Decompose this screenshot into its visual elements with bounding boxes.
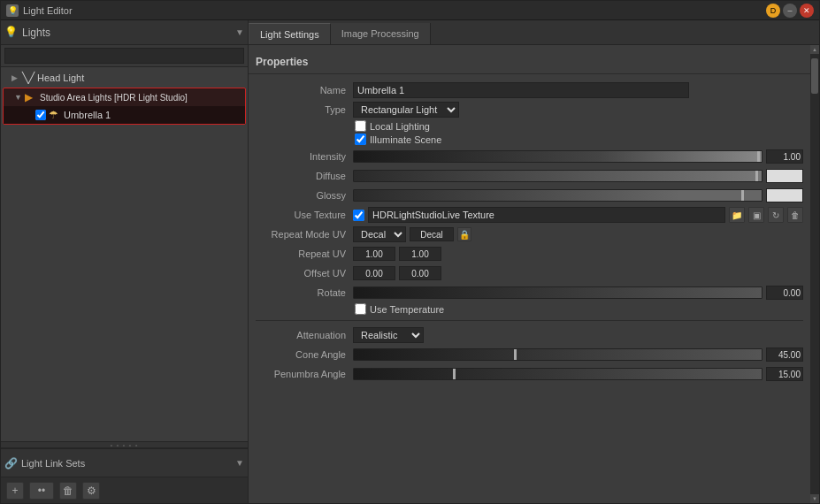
attenuation-row: Attenuation Realistic Linear Quadratic N… xyxy=(249,326,810,344)
rotate-slider[interactable] xyxy=(353,286,763,299)
repeat-mode-uv-row: Repeat Mode UV Decal Repeat Mirror 🔒 xyxy=(249,225,810,243)
name-row: Name xyxy=(249,81,810,99)
repeat-uv-u[interactable] xyxy=(353,247,395,261)
cone-angle-label: Cone Angle xyxy=(256,349,353,360)
scrollbar-track[interactable] xyxy=(810,54,819,494)
repeat-uv-inputs xyxy=(353,247,441,261)
scrollbar-down[interactable]: ▼ xyxy=(810,494,819,503)
name-value-container xyxy=(353,82,689,98)
head-light-label: Head Light xyxy=(37,73,84,83)
studio-area-label: Studio Area Lights [HDR Light Studio] xyxy=(40,93,188,103)
umbrella-icon: ☂ xyxy=(49,109,61,121)
cone-angle-value[interactable]: 45.00 xyxy=(766,347,803,362)
glossy-slider-container xyxy=(353,188,803,202)
repeat-mode-uv-label: Repeat Mode UV xyxy=(256,229,353,240)
light-editor-window: 💡 Light Editor D – ✕ 💡 Lights ▼ xyxy=(0,0,820,504)
window-title: Light Editor xyxy=(23,5,766,16)
window-controls: D – ✕ xyxy=(766,4,814,18)
attenuation-dropdown[interactable]: Realistic Linear Quadratic None xyxy=(353,327,424,343)
rotate-value[interactable]: 0.00 xyxy=(766,286,803,300)
head-light-icon: ╲╱ xyxy=(22,72,34,84)
lights-header-icon: 💡 xyxy=(4,26,19,40)
minimize-button[interactable]: – xyxy=(783,4,797,18)
name-label: Name xyxy=(256,85,353,95)
properties-header: Properties xyxy=(249,52,810,74)
tab-image-processing[interactable]: Image Processing xyxy=(331,23,431,44)
cone-angle-row: Cone Angle 45.00 xyxy=(249,346,810,363)
tree-item-umbrella1[interactable]: ▶ ☂ Umbrella 1 xyxy=(4,106,245,124)
diffuse-value[interactable] xyxy=(766,169,803,183)
local-lighting-checkbox[interactable] xyxy=(355,120,366,132)
penumbra-angle-slider-container: 15.00 xyxy=(353,367,803,381)
tab-light-settings[interactable]: Light Settings xyxy=(249,23,331,44)
intensity-value[interactable]: 1.00 xyxy=(766,149,803,164)
texture-row: HDRLightStudioLive Texture 📁 ▣ ↻ 🗑 xyxy=(353,207,803,223)
diffuse-slider[interactable] xyxy=(353,170,763,182)
repeat-mode-uv-dropdown[interactable]: Decal Repeat Mirror xyxy=(353,226,406,242)
offset-uv-v[interactable] xyxy=(399,266,441,280)
right-panel: Light Settings Image Processing Properti… xyxy=(249,20,819,503)
divider-handle[interactable]: • • • • • xyxy=(1,441,248,448)
repeat-uv-label: Repeat UV xyxy=(256,248,353,259)
attenuation-controls: Realistic Linear Quadratic None xyxy=(353,327,424,343)
lock-button[interactable]: 🔒 xyxy=(457,227,471,241)
repeat-mode-secondary-input[interactable] xyxy=(410,227,454,241)
tree-item-head-light[interactable]: ▶ ╲╱ Head Light xyxy=(1,69,248,87)
intensity-label: Intensity xyxy=(256,151,353,162)
offset-uv-row: Offset UV xyxy=(249,264,810,282)
glossy-value[interactable] xyxy=(766,188,803,202)
offset-uv-u[interactable] xyxy=(353,266,395,280)
type-dropdown[interactable]: Rectangular Light Point Light Spot Light… xyxy=(353,102,459,118)
texture-name: HDRLightStudioLive Texture xyxy=(372,210,494,220)
help-button[interactable]: D xyxy=(766,4,780,18)
content-with-scrollbar: Properties Name Type Rectangular L xyxy=(249,45,819,503)
penumbra-angle-value[interactable]: 15.00 xyxy=(766,367,803,381)
lights-header: 💡 Lights ▼ xyxy=(1,20,248,45)
texture-delete-btn[interactable]: 🗑 xyxy=(787,207,803,223)
glossy-thumb xyxy=(741,190,744,201)
use-temperature-checkbox[interactable] xyxy=(355,303,366,315)
repeat-uv-v[interactable] xyxy=(399,247,441,261)
link-sets-icon: 🔗 xyxy=(4,457,18,470)
settings-button[interactable]: ⚙ xyxy=(82,482,100,500)
rotate-row: Rotate 0.00 xyxy=(249,284,810,302)
scrollbar-up[interactable]: ▲ xyxy=(810,45,819,54)
search-input[interactable] xyxy=(4,48,244,64)
intensity-slider[interactable] xyxy=(353,150,763,163)
texture-refresh-btn[interactable]: ↻ xyxy=(768,207,784,223)
umbrella-checkbox[interactable] xyxy=(35,110,46,120)
properties-content: Properties Name Type Rectangular L xyxy=(249,45,810,503)
separator1 xyxy=(256,320,803,321)
glossy-row: Glossy xyxy=(249,187,810,204)
type-label: Type xyxy=(256,104,353,115)
close-button[interactable]: ✕ xyxy=(800,4,814,18)
link-sets-area: 🔗 Light Link Sets ▼ xyxy=(1,448,248,477)
more-button[interactable]: •• xyxy=(29,482,54,500)
lights-header-arrow: ▼ xyxy=(235,27,244,37)
type-row: Type Rectangular Light Point Light Spot … xyxy=(249,101,810,118)
intensity-thumb xyxy=(757,151,760,162)
intensity-slider-container: 1.00 xyxy=(353,149,803,164)
scrollbar-thumb[interactable] xyxy=(811,58,818,94)
cone-angle-slider[interactable] xyxy=(353,348,763,361)
offset-uv-label: Offset UV xyxy=(256,268,353,279)
studio-folder-icon: ▶ xyxy=(25,91,37,103)
use-texture-checkbox[interactable] xyxy=(353,210,364,221)
name-input[interactable] xyxy=(353,82,689,98)
left-footer: + •• 🗑 ⚙ xyxy=(1,477,248,503)
search-bar xyxy=(1,45,248,67)
add-button[interactable]: + xyxy=(6,482,24,500)
glossy-slider[interactable] xyxy=(353,189,763,202)
diffuse-label: Diffuse xyxy=(256,171,353,181)
illuminate-scene-checkbox[interactable] xyxy=(355,134,366,145)
penumbra-angle-label: Penumbra Angle xyxy=(256,369,353,379)
app-icon: 💡 xyxy=(6,4,19,17)
tree-item-studio-area[interactable]: ▼ ▶ Studio Area Lights [HDR Light Studio… xyxy=(4,88,245,106)
delete-button[interactable]: 🗑 xyxy=(59,482,77,500)
texture-preview-btn[interactable]: ▣ xyxy=(748,207,764,223)
texture-folder-btn[interactable]: 📁 xyxy=(729,207,745,223)
title-bar: 💡 Light Editor D – ✕ xyxy=(1,1,819,20)
penumbra-angle-slider[interactable] xyxy=(353,368,763,380)
expand-icon-studio: ▼ xyxy=(14,93,23,102)
local-lighting-checkbox-row: Local Lighting xyxy=(355,120,810,132)
